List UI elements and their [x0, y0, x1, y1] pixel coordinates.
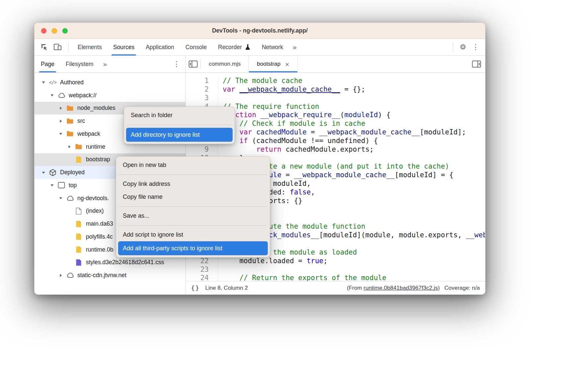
- tree-item-label: Deployed: [60, 169, 85, 176]
- menu-item-add-directory-to-ignore-list[interactable]: Add directory to ignore list: [126, 128, 233, 142]
- triangle-down-icon[interactable]: [48, 183, 56, 187]
- tree-item-label: runtime: [86, 143, 105, 150]
- tree-item-label: runtime.0b: [86, 246, 113, 253]
- sidebar-tab-page[interactable]: Page: [35, 56, 60, 72]
- menu-item-add-script-to-ignore-list[interactable]: Add script to ignore list: [118, 228, 268, 241]
- triangle-down-icon[interactable]: [39, 171, 48, 175]
- toolbar-divider-right: [453, 42, 453, 52]
- device-toolbar-icon[interactable]: [52, 41, 64, 53]
- code-line: var cachedModule = __webpack_module_cach…: [223, 128, 485, 137]
- tab-recorder[interactable]: Recorder: [212, 39, 256, 55]
- menu-separator: [118, 206, 267, 207]
- code-line: [223, 266, 485, 274]
- tree-item-label: static-cdn.jtvnw.net: [77, 272, 126, 279]
- inspect-element-icon[interactable]: [38, 41, 50, 53]
- devtools-window: DevTools - ng-devtools.netlify.app/ Elem…: [34, 23, 485, 295]
- tree-item-label: Authored: [60, 79, 84, 86]
- source-map-prefix: (From: [347, 285, 363, 291]
- triangle-right-icon[interactable]: [56, 106, 65, 110]
- line-number[interactable]: 3: [186, 94, 209, 103]
- code-line: if (cachedModule !== undefined) {: [223, 137, 485, 145]
- folder-icon: [65, 118, 75, 124]
- tab-label: Recorder: [218, 44, 242, 51]
- js-file-icon: [74, 246, 84, 253]
- tab-label: Page: [41, 61, 54, 68]
- kebab-menu-icon[interactable]: ⋮: [469, 41, 482, 53]
- triangle-right-icon[interactable]: [56, 273, 65, 277]
- tree-item-label: (index): [86, 207, 104, 214]
- menu-item-search-in-folder[interactable]: Search in folder: [126, 109, 233, 122]
- menu-separator: [118, 175, 267, 175]
- minimize-window-button[interactable]: [52, 28, 57, 34]
- tree-item-label: polyfills.4c: [86, 233, 113, 240]
- code-line: // The module cache: [223, 77, 485, 85]
- close-window-button[interactable]: [41, 28, 46, 34]
- line-number[interactable]: 22: [186, 257, 209, 266]
- zoom-window-button[interactable]: [62, 28, 68, 34]
- menu-item-open-in-new-tab[interactable]: Open in new tab: [118, 159, 268, 172]
- tab-sources[interactable]: Sources: [108, 39, 140, 55]
- tree-item-label: top: [69, 182, 77, 189]
- tree-item-label: styles.d3e2b24618d2c641.css: [86, 259, 164, 266]
- js-file-icon: [74, 156, 84, 163]
- line-number[interactable]: 9: [186, 145, 209, 154]
- tab-label: Elements: [78, 44, 102, 51]
- close-tab-icon[interactable]: ×: [285, 61, 289, 68]
- tab-label: bootstrap: [257, 61, 280, 67]
- source-map-suffix: ): [438, 285, 440, 291]
- sidebar-more-tabs-chevron-icon[interactable]: »: [99, 60, 111, 68]
- triangle-right-icon[interactable]: [56, 119, 65, 123]
- tree-item-styles-d3e2b24618d2c641-css[interactable]: styles.d3e2b24618d2c641.css: [35, 256, 185, 269]
- tab-elements[interactable]: Elements: [72, 39, 108, 55]
- tab-console[interactable]: Console: [180, 39, 212, 55]
- menu-item-save-as[interactable]: Save as...: [118, 209, 268, 222]
- editor-tab-bootstrap[interactable]: bootstrap×: [249, 56, 297, 72]
- menu-item-copy-file-name[interactable]: Copy file name: [118, 191, 268, 203]
- line-number[interactable]: 2: [186, 85, 209, 94]
- code-line: [223, 94, 485, 103]
- triangle-down-icon[interactable]: [48, 93, 56, 97]
- code-brackets-icon: </>: [48, 80, 58, 85]
- tab-label: common.mjs: [209, 61, 241, 67]
- hide-navigator-icon[interactable]: [187, 58, 199, 70]
- triangle-down-icon[interactable]: [56, 196, 65, 200]
- tab-label: Console: [185, 44, 207, 51]
- window-title: DevTools - ng-devtools.netlify.app/: [212, 27, 308, 34]
- sidebar-kebab-menu-icon[interactable]: ⋮: [170, 58, 183, 70]
- source-file-link[interactable]: runtime.0b841bad3967f3c2.js: [364, 285, 438, 291]
- more-panels-chevron-icon[interactable]: »: [289, 43, 301, 51]
- file-tabs: common.mjsbootstrap×: [201, 56, 298, 72]
- frame-icon: [56, 182, 66, 189]
- tab-application[interactable]: Application: [140, 39, 180, 55]
- statusbar-right: (From runtime.0b841bad3967f3c2.js) Cover…: [347, 285, 480, 291]
- coverage-status: Coverage: n/a: [444, 285, 480, 291]
- line-number[interactable]: 1: [186, 77, 209, 85]
- triangle-down-icon[interactable]: [39, 80, 48, 84]
- pretty-print-icon[interactable]: {}: [191, 285, 200, 291]
- tree-item-authored[interactable]: </>Authored: [35, 76, 185, 89]
- sidebar-tab-filesystem[interactable]: Filesystem: [60, 56, 99, 72]
- js-file-icon: [74, 233, 84, 240]
- tree-item-webpack[interactable]: webpack://: [35, 89, 185, 102]
- tab-label: Application: [146, 44, 174, 51]
- panel-tabs: ElementsSourcesApplicationConsoleRecorde…: [72, 39, 289, 55]
- triangle-down-icon[interactable]: [56, 132, 65, 136]
- tab-label: Filesystem: [66, 61, 94, 68]
- flask-icon: [245, 44, 251, 50]
- code-line: var __webpack_module_cache__ = {};: [223, 85, 485, 94]
- settings-gear-icon[interactable]: ⚙: [457, 41, 469, 53]
- file-icon: [74, 207, 84, 215]
- menu-item-copy-link-address[interactable]: Copy link address: [118, 178, 268, 191]
- show-drawer-panel-icon[interactable]: [471, 58, 482, 70]
- editor-tab-common-mjs[interactable]: common.mjs: [201, 56, 249, 72]
- tree-item-static-cdn-jtvnw-net[interactable]: static-cdn.jtvnw.net: [35, 269, 185, 282]
- window-controls: [41, 23, 68, 38]
- tab-network[interactable]: Network: [256, 39, 289, 55]
- triangle-right-icon[interactable]: [65, 145, 74, 149]
- tab-label: Sources: [113, 44, 134, 51]
- sidebar-header: PageFilesystem » ⋮: [35, 56, 186, 72]
- menu-item-add-all-third-party-scripts-to-ignore-list[interactable]: Add all third-party scripts to ignore li…: [118, 241, 268, 255]
- tree-item-label: ng-devtools.: [77, 195, 109, 202]
- line-number[interactable]: 23: [186, 266, 209, 274]
- line-number[interactable]: 24: [186, 274, 209, 281]
